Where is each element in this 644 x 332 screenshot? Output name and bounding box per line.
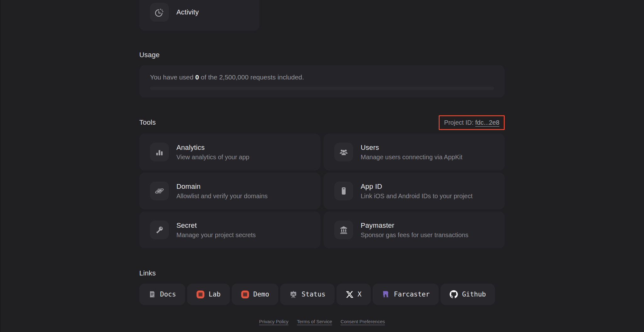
tools-grid: Analytics View analytics of your app [139,133,505,248]
tool-card-subtitle: Manage your project secrets [176,231,256,239]
tool-card-title: App ID [361,182,473,191]
activity-timer-icon [154,7,165,18]
link-label: Lab [209,291,221,298]
activity-icon-tile [150,3,169,22]
github-link-button[interactable]: Github [441,284,495,305]
reown-logo-icon [196,290,205,299]
key-icon [154,225,164,235]
status-board-icon [289,290,297,298]
app-id-icon-tile [334,182,353,200]
demo-link-button[interactable]: Demo [232,284,279,305]
tool-card-title: Users [361,144,463,152]
lab-link-button[interactable]: Lab [187,284,230,305]
github-logo-icon [450,290,458,298]
farcaster-link-button[interactable]: Farcaster [373,284,439,305]
secret-icon-tile [150,220,169,239]
x-link-button[interactable]: X [336,284,371,305]
link-label: Github [462,291,486,298]
usage-section-title: Usage [139,51,505,59]
privacy-policy-link[interactable]: Privacy Policy [259,319,288,324]
paymaster-icon-tile [334,220,353,239]
tool-card-title: Domain [176,182,268,191]
tool-card-app-id[interactable]: App ID Link iOS and Android IDs to your … [324,172,505,210]
project-id-label: Project ID: [444,119,475,126]
link-label: X [358,291,362,298]
link-label: Status [302,291,325,298]
usage-summary-text: You have used 0 of the 2,500,000 request… [150,73,494,81]
footer: Privacy Policy Terms of Service Consent … [139,319,505,324]
tool-card-title: Paymaster [361,221,468,230]
activity-card[interactable]: Activity [139,0,259,31]
tools-header: Tools Project ID: fdc...2e8 [139,115,505,130]
status-link-button[interactable]: Status [280,284,335,305]
usage-text-prefix: You have used [150,73,195,81]
tool-card-subtitle: Link iOS and Android IDs to your project [361,193,473,200]
bar-chart-icon [154,147,164,157]
phone-icon [339,186,349,196]
tool-card-paymaster[interactable]: Paymaster Sponsor gas fees for user tran… [324,211,505,248]
tool-card-subtitle: Allowlist and verify your domains [176,193,268,200]
links-row: Docs Lab Demo [139,284,505,305]
tool-card-users[interactable]: Users Manage users connecting via AppKit [324,133,505,171]
tool-card-subtitle: View analytics of your app [176,154,249,161]
terms-of-service-link[interactable]: Terms of Service [297,319,332,324]
tool-card-analytics[interactable]: Analytics View analytics of your app [139,133,320,171]
farcaster-logo-icon [382,290,390,298]
project-id-value[interactable]: fdc...2e8 [475,119,499,126]
docs-link-button[interactable]: Docs [139,284,185,305]
main-content: Activity Usage You have used 0 of the 2,… [139,0,505,324]
link-label: Farcaster [394,291,430,298]
tool-card-subtitle: Sponsor gas fees for user transactions [361,231,468,239]
reown-logo-icon [241,290,249,299]
activity-card-label: Activity [176,8,199,16]
link-label: Demo [253,291,269,298]
usage-card: You have used 0 of the 2,500,000 request… [139,65,505,98]
tool-card-subtitle: Manage users connecting via AppKit [361,154,463,161]
x-logo-icon [346,291,353,298]
usage-text-suffix: of the 2,500,000 requests included. [199,73,304,81]
tool-card-secret[interactable]: Secret Manage your project secrets [139,211,320,248]
tools-section-title: Tools [139,118,156,127]
tool-card-title: Secret [176,221,256,230]
analytics-icon-tile [150,143,169,161]
links-section-title: Links [139,269,505,277]
bank-icon [339,225,349,235]
domain-icon-tile [150,182,169,200]
project-id-highlight-box: Project ID: fdc...2e8 [439,115,505,130]
usage-used-count: 0 [195,73,199,81]
usage-progress-bar [150,87,494,90]
users-icon-tile [334,143,353,161]
planet-icon [154,186,165,196]
link-label: Docs [160,291,176,298]
tool-card-title: Analytics [176,144,249,152]
docs-icon [148,291,156,298]
consent-preferences-link[interactable]: Consent Preferences [341,319,385,324]
tool-card-domain[interactable]: Domain Allowlist and verify your domains [139,172,320,210]
users-icon [339,147,349,157]
